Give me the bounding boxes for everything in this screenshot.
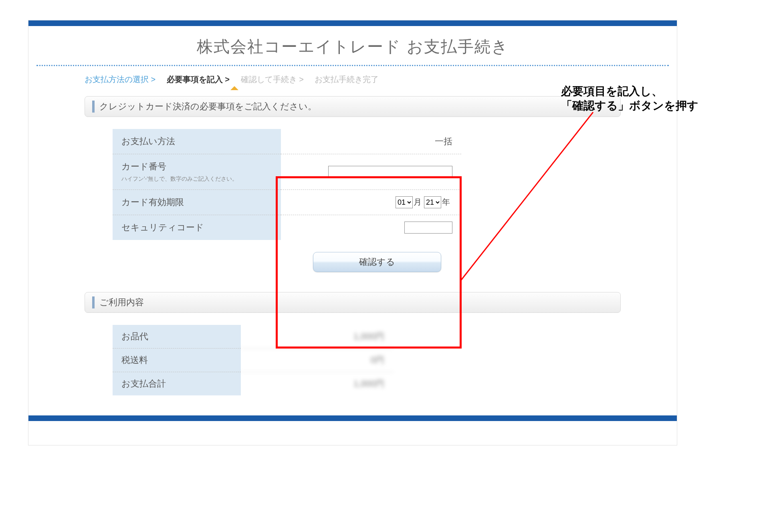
row-expiry: カード有効期限 01 月 21 年 <box>113 190 621 215</box>
usage-value-total: 1,000円 <box>241 372 393 395</box>
row-card-number: カード番号 ハイフン'-'無しで、数字のみご記入ください。 <box>113 154 621 190</box>
confirm-button[interactable]: 確認する <box>313 252 441 272</box>
annotation-line-1: 必要項目を記入し、 <box>561 84 698 99</box>
value-security-code <box>281 215 461 240</box>
label-expiry: カード有効期限 <box>113 190 281 215</box>
label-card-number-note: ハイフン'-'無しで、数字のみご記入ください。 <box>121 175 272 183</box>
breadcrumb-step-1[interactable]: お支払方法の選択 > <box>85 75 155 84</box>
credit-card-section: クレジットカード決済の必要事項をご記入ください。 お支払い方法 一括 カード番号… <box>85 96 621 272</box>
usage-area: お品代 1,000円 税送料 0円 お支払合計 1,000円 <box>113 325 393 395</box>
expiry-month-select[interactable]: 01 <box>396 196 413 208</box>
label-security-code: セキュリティコード <box>113 215 281 240</box>
row-security-code: セキュリティコード <box>113 215 621 240</box>
card-number-input[interactable] <box>328 166 452 178</box>
label-payment-method: お支払い方法 <box>113 129 281 154</box>
security-code-input[interactable] <box>404 222 452 234</box>
form-area: お支払い方法 一括 カード番号 ハイフン'-'無しで、数字のみご記入ください。 … <box>113 129 621 272</box>
usage-value-item: 1,000円 <box>241 325 393 349</box>
annotation-line-2: 「確認する」ボタンを押す <box>561 99 698 113</box>
dotted-divider <box>36 65 669 66</box>
breadcrumb-step-2: 必要事項を記入 > <box>167 75 230 84</box>
label-card-number-text: カード番号 <box>121 161 166 171</box>
usage-section-header-text: ご利用内容 <box>92 296 613 308</box>
section-header-text: クレジットカード決済の必要事項をご記入ください。 <box>92 101 613 113</box>
usage-row-total: お支払合計 1,000円 <box>113 372 393 395</box>
usage-label-item: お品代 <box>113 325 241 349</box>
page-title: 株式会社コーエイトレード お支払手続き <box>28 36 677 58</box>
breadcrumb-step-4: お支払手続き完了 <box>315 75 379 84</box>
usage-value-tax: 0円 <box>241 349 393 372</box>
value-payment-method: 一括 <box>281 129 461 154</box>
label-card-number: カード番号 ハイフン'-'無しで、数字のみご記入ください。 <box>113 154 281 190</box>
row-payment-method: お支払い方法 一括 <box>113 129 621 154</box>
expiry-year-suffix: 年 <box>442 197 450 208</box>
top-accent-bar <box>28 20 677 26</box>
value-expiry: 01 月 21 年 <box>281 190 461 215</box>
usage-section-header: ご利用内容 <box>85 292 621 313</box>
annotation-callout: 必要項目を記入し、 「確認する」ボタンを押す <box>561 84 698 113</box>
usage-label-total: お支払合計 <box>113 372 241 395</box>
usage-row-tax: 税送料 0円 <box>113 349 393 372</box>
value-card-number <box>281 154 461 190</box>
section-header: クレジットカード決済の必要事項をご記入ください。 <box>85 96 621 117</box>
breadcrumb-step-3: 確認して手続き > <box>241 75 304 84</box>
breadcrumb-indicator-icon <box>230 86 238 90</box>
expiry-year-select[interactable]: 21 <box>424 196 441 208</box>
bottom-accent-bar <box>28 415 677 421</box>
usage-section: ご利用内容 お品代 1,000円 税送料 0円 お支払合計 1,000円 <box>85 292 621 395</box>
usage-label-tax: 税送料 <box>113 349 241 372</box>
usage-row-item: お品代 1,000円 <box>113 325 393 349</box>
confirm-row: 確認する <box>313 252 621 272</box>
expiry-month-suffix: 月 <box>414 197 422 208</box>
